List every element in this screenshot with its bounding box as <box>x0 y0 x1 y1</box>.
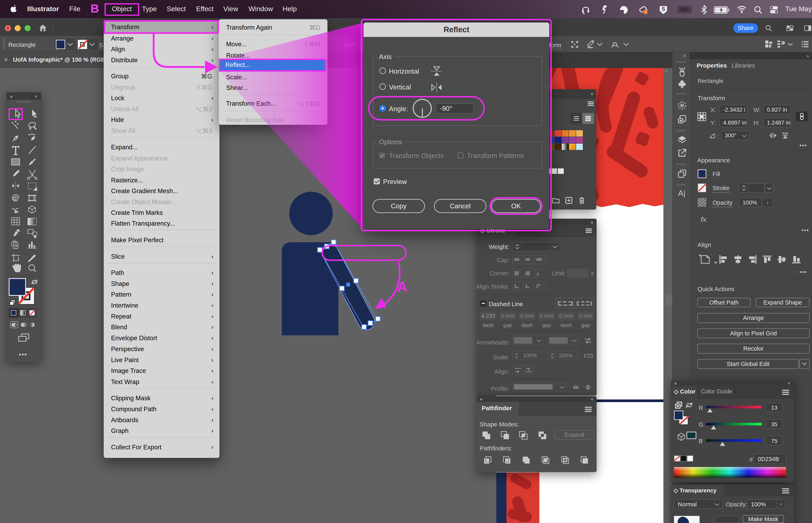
svg-text:A: A <box>397 278 408 295</box>
